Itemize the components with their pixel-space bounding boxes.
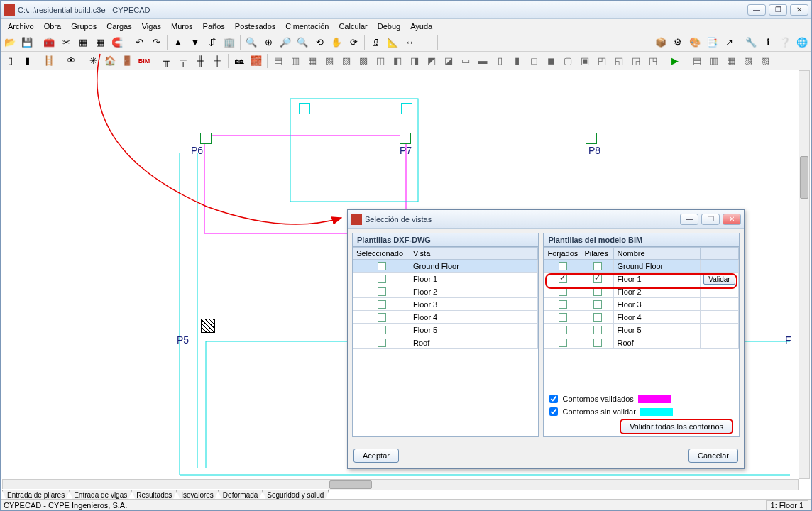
checkbox-forjados[interactable] [559, 326, 567, 334]
checkbox-forjados[interactable] [559, 313, 567, 322]
open-icon[interactable]: 📂 [2, 35, 18, 50]
wall-col-icon[interactable]: ▮ [19, 53, 35, 69]
col-icon[interactable]: ▯ [2, 53, 18, 69]
end5-icon[interactable]: ▨ [757, 53, 773, 69]
snap-icon[interactable]: ▦ [92, 35, 108, 50]
about-icon[interactable]: 🌐 [794, 35, 810, 50]
slab22-icon[interactable]: ◲ [628, 53, 644, 69]
end2-icon[interactable]: ▥ [706, 53, 722, 69]
export-icon[interactable]: ↗ [721, 35, 737, 50]
zoom-prev-icon[interactable]: ⟲ [312, 35, 327, 50]
measure-icon[interactable]: 📐 [385, 35, 400, 50]
checkbox[interactable] [378, 339, 386, 347]
menu-postesados[interactable]: Postesados [231, 21, 280, 32]
swatch-icon[interactable]: 🎨 [687, 35, 703, 50]
grid-icon[interactable]: ▦ [75, 35, 91, 50]
checkbox[interactable] [378, 262, 386, 270]
down-icon[interactable]: ▼ [187, 35, 203, 50]
table-row[interactable]: Floor 5 [353, 324, 538, 336]
checkbox-forjados[interactable] [559, 262, 567, 270]
table-row[interactable]: Roof [544, 336, 739, 349]
checkbox-legend-validados[interactable] [549, 395, 558, 403]
validar-todas-button[interactable]: Validar todas los contornos [620, 419, 733, 434]
pan-icon[interactable]: ✋ [329, 35, 344, 50]
checkbox-pilares[interactable] [593, 287, 602, 296]
checkbox-legend-sinvalidar[interactable] [549, 407, 558, 416]
undo-icon[interactable]: ↶ [131, 35, 147, 50]
table-row[interactable]: Ground Floor [544, 260, 739, 273]
gear-icon[interactable]: ⚙ [670, 35, 686, 50]
slab3-icon[interactable]: ▦ [304, 53, 320, 69]
checkbox-pilares[interactable] [593, 339, 602, 347]
bld-icon[interactable]: 🏘 [231, 53, 247, 69]
checkbox[interactable] [378, 326, 386, 334]
table-row[interactable]: Floor 5 [544, 324, 739, 336]
table-row[interactable]: Floor 4 [544, 311, 739, 324]
table-row[interactable]: Floor 1 [353, 273, 538, 285]
col-seleccionado[interactable]: Seleccionado [353, 248, 410, 260]
slab12-icon[interactable]: ▭ [458, 53, 473, 69]
slab18-icon[interactable]: ▢ [560, 53, 576, 69]
slab1-icon[interactable]: ▤ [270, 53, 286, 69]
validar-button[interactable]: Validar [703, 274, 735, 285]
maximize-button[interactable]: ❐ [769, 4, 787, 16]
slab11-icon[interactable]: ◪ [441, 53, 456, 69]
table-row[interactable]: Floor 3 [544, 298, 739, 311]
menu-panos[interactable]: Paños [199, 21, 229, 32]
ortho-icon[interactable]: ∟ [419, 35, 434, 50]
table-row[interactable]: Floor 4 [353, 311, 538, 324]
checkbox[interactable] [378, 313, 386, 322]
table-row[interactable]: Ground Floor [353, 260, 538, 273]
cube-icon[interactable]: 📦 [653, 35, 669, 50]
col-forjados[interactable]: Forjados [544, 248, 581, 260]
menu-cargas[interactable]: Cargas [102, 21, 136, 32]
beam-d-icon[interactable]: ╪ [209, 53, 225, 69]
rotate-icon[interactable]: ⟳ [346, 35, 361, 50]
slab14-icon[interactable]: ▯ [492, 53, 508, 69]
close-button[interactable]: ✕ [790, 4, 808, 16]
dialog-close-button[interactable]: ✕ [723, 214, 741, 225]
menu-cimentacion[interactable]: Cimentación [281, 21, 333, 32]
slab2-icon[interactable]: ▥ [287, 53, 303, 69]
info-icon[interactable]: ℹ [760, 35, 776, 50]
checkbox[interactable] [378, 275, 386, 283]
checkbox-forjados[interactable] [559, 275, 567, 283]
checkbox-pilares[interactable] [593, 326, 602, 334]
col-vista[interactable]: Vista [410, 248, 538, 260]
menu-obra[interactable]: Obra [40, 21, 65, 32]
slab8-icon[interactable]: ◧ [390, 53, 405, 69]
checkbox-pilares[interactable] [593, 275, 602, 283]
beam-c-icon[interactable]: ╫ [192, 53, 208, 69]
layers-icon[interactable]: 📑 [704, 35, 720, 50]
wall-icon[interactable]: 🧱 [248, 53, 264, 69]
home-icon[interactable]: 🏠 [102, 53, 118, 69]
green-play-icon[interactable]: ▶ [667, 53, 683, 69]
menu-ayuda[interactable]: Ayuda [406, 21, 437, 32]
menu-archivo[interactable]: Archivo [4, 21, 38, 32]
col-nombre[interactable]: Nombre [614, 248, 701, 260]
table-row[interactable]: Floor 2 [353, 285, 538, 298]
scissors-icon[interactable]: ✂ [58, 35, 74, 50]
save-icon[interactable]: 💾 [19, 35, 35, 50]
slab20-icon[interactable]: ◰ [594, 53, 610, 69]
slab4-icon[interactable]: ▧ [322, 53, 337, 69]
minimize-button[interactable]: — [747, 4, 766, 16]
checkbox[interactable] [378, 287, 386, 296]
table-row[interactable]: Roof [353, 336, 538, 349]
slab13-icon[interactable]: ▬ [475, 53, 490, 69]
config-icon[interactable]: 🔧 [743, 35, 759, 50]
zoom-out-icon[interactable]: 🔍 [295, 35, 310, 50]
slab23-icon[interactable]: ◳ [645, 53, 661, 69]
zoom-in-icon[interactable]: 🔎 [278, 35, 293, 50]
help-icon[interactable]: ❔ [777, 35, 793, 50]
beam-b-icon[interactable]: ╤ [175, 53, 191, 69]
table-row[interactable]: Floor 2 [544, 285, 739, 298]
checkbox[interactable] [378, 300, 386, 309]
vertical-scrollbar[interactable] [799, 70, 810, 479]
slab7-icon[interactable]: ◫ [373, 53, 388, 69]
checkbox-pilares[interactable] [593, 300, 602, 309]
menu-vigas[interactable]: Vigas [138, 21, 165, 32]
building-icon[interactable]: 🏢 [221, 35, 237, 50]
checkbox-pilares[interactable] [593, 313, 602, 322]
checkbox-forjados[interactable] [559, 339, 567, 347]
